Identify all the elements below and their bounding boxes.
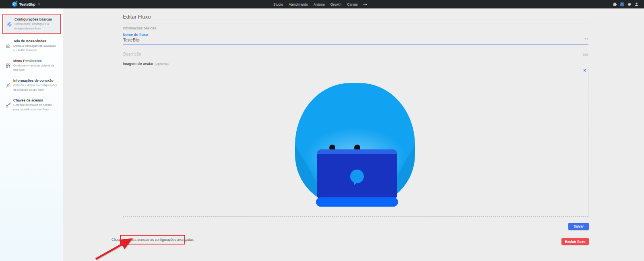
account-name: TesteBlip bbox=[19, 2, 35, 6]
sidebar-item-subtitle: Gerencie as chaves de acesso para conexã… bbox=[13, 103, 58, 112]
sidebar-item-informacoes-conexao[interactable]: Informações de conexão Obtenha e defina … bbox=[2, 76, 61, 94]
page-title: Editar Fluxo bbox=[123, 14, 151, 20]
sidebar-item-title: Configurações básicas bbox=[14, 17, 57, 21]
sidebar-item-chaves-acesso[interactable]: Chaves de acesso Gerencie as chaves de a… bbox=[2, 96, 61, 114]
sidebar-item-tela-boas-vindas[interactable]: Tela de Boas-vindas Defina a Mensagem de… bbox=[2, 37, 61, 55]
remove-avatar-button[interactable]: × bbox=[583, 68, 586, 73]
top-navigation: Studio Atendimento Análise Growth Canais… bbox=[273, 0, 367, 8]
nav-more-icon[interactable]: ••• bbox=[363, 2, 367, 6]
nav-canais[interactable]: Canais bbox=[347, 2, 357, 6]
annotation-arrow bbox=[93, 236, 135, 261]
nav-analise[interactable]: Análise bbox=[314, 2, 325, 6]
sidebar-item-subtitle: Defina nome, descrição e a imagem de seu… bbox=[14, 22, 57, 31]
gear-icon bbox=[6, 21, 12, 27]
sidebar-item-subtitle: Configure o menu persistente de seu flux… bbox=[13, 64, 58, 72]
title-divider bbox=[123, 23, 588, 23]
description-field: 160 bbox=[123, 50, 588, 58]
menu-grid-icon bbox=[5, 63, 11, 68]
save-button[interactable]: Salvar bbox=[568, 223, 589, 230]
sidebar-item-title: Tela de Boas-vindas bbox=[13, 39, 58, 43]
avatar-base-bar bbox=[316, 197, 398, 207]
chevron-down-icon bbox=[38, 2, 40, 5]
sidebar-item-configuracoes-basicas[interactable]: Configurações básicas Defina nome, descr… bbox=[4, 15, 60, 33]
sidebar-item-menu-persistente[interactable]: Menu Persistente Configure o menu persis… bbox=[2, 56, 61, 75]
sidebar-item-title: Informações de conexão bbox=[13, 79, 58, 83]
sidebar-item-subtitle: Defina a Mensagem de Saudação e o botão … bbox=[13, 44, 58, 52]
cloud-icon[interactable] bbox=[627, 2, 632, 6]
nav-growth[interactable]: Growth bbox=[330, 2, 341, 6]
blip-logo-icon bbox=[12, 2, 17, 7]
status-dot bbox=[16, 1, 18, 3]
user-icon[interactable] bbox=[634, 2, 639, 6]
flow-name-field: 21 bbox=[123, 36, 588, 43]
avatar-dropzone[interactable]: × bbox=[123, 67, 588, 217]
account-switcher[interactable]: TesteBlip bbox=[0, 2, 40, 7]
topbar-icons bbox=[613, 2, 644, 6]
blip-balloon-icon bbox=[350, 170, 364, 183]
avatar-laptop bbox=[317, 149, 397, 198]
avatar-laptop-lid bbox=[317, 149, 397, 154]
puzzle-icon[interactable] bbox=[613, 2, 617, 6]
sidebar-item-title: Chaves de acesso bbox=[13, 98, 58, 102]
avatar-label: Imagem do avatar bbox=[123, 62, 154, 66]
topbar: TesteBlip Studio Atendimento Análise Gro… bbox=[0, 0, 644, 8]
section-label: Informações básicas bbox=[123, 26, 156, 30]
avatar-optional-label: (Opcional) bbox=[155, 62, 169, 66]
flow-name-input[interactable] bbox=[123, 38, 588, 45]
description-input[interactable] bbox=[123, 51, 588, 59]
sidebar-item-subtitle: Obtenha e defina as configurações de con… bbox=[13, 83, 58, 92]
annotation-box-basic-settings: Configurações básicas Defina nome, descr… bbox=[2, 14, 61, 34]
advanced-note-suffix: para acessar as configurações avançadas bbox=[128, 238, 194, 242]
settings-sidebar: Configurações básicas Defina nome, descr… bbox=[0, 8, 63, 261]
robot-icon bbox=[5, 43, 11, 49]
nav-studio[interactable]: Studio bbox=[273, 2, 283, 6]
avatar-label-row: Imagem do avatar (Opcional) bbox=[123, 62, 169, 66]
key-icon bbox=[5, 102, 11, 108]
settings-icon[interactable] bbox=[620, 2, 624, 6]
flow-name-counter: 21 bbox=[584, 37, 588, 41]
description-counter: 160 bbox=[583, 53, 588, 56]
plug-icon bbox=[5, 83, 11, 88]
delete-flow-button[interactable]: Excluir fluxo bbox=[561, 238, 589, 245]
sidebar-item-title: Menu Persistente bbox=[13, 59, 58, 63]
main-content: Editar Fluxo Informações básicas Nome do… bbox=[64, 8, 644, 261]
nav-atendimento[interactable]: Atendimento bbox=[289, 2, 308, 6]
